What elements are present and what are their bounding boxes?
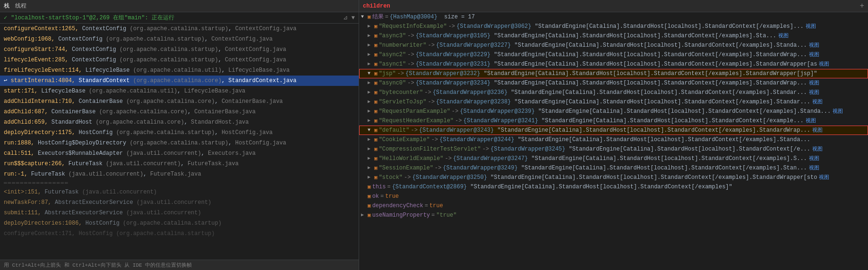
var-name: "async2": [379, 51, 406, 59]
var-name: "default": [379, 126, 410, 135]
var-icon: ▣: [374, 98, 378, 106]
expand-arrow-icon[interactable]: ▶: [368, 107, 374, 116]
expand-arrow-icon[interactable]: ▼: [368, 69, 374, 78]
var-name: "numberwriter": [379, 41, 427, 50]
list-item[interactable]: ▶ ▣ "RequestInfoExample" -> {StandardWra…: [359, 22, 868, 31]
expand-arrow-icon[interactable]: ▶: [368, 88, 374, 97]
expand-arrow-icon[interactable]: ▶: [368, 60, 374, 68]
list-item[interactable]: ▶ ▣ "HelloWorldExample" -> {StandardWrap…: [359, 154, 868, 163]
var-ok[interactable]: ▣ ok = true: [359, 192, 868, 201]
stack-item[interactable]: lifecycleEvent:285, ContextConfig (org.a…: [0, 55, 359, 65]
stack-item[interactable]: configureStart:744, ContextConfig (org.a…: [0, 44, 359, 55]
expand-arrow-icon[interactable]: ▶: [368, 98, 374, 106]
var-equals: =: [387, 183, 390, 191]
var-this[interactable]: ▣ this = {StandardContext@2869} "Standar…: [359, 182, 868, 192]
view-link[interactable]: 视图: [809, 79, 819, 87]
list-item[interactable]: ▶ ▣ "RequestHeaderExample" -> {StandardW…: [359, 116, 868, 126]
list-item[interactable]: ▶ ▣ "async2" -> {StandardWrapper@3229} "…: [359, 50, 868, 59]
grayed-frame[interactable]: newTaskFor:87, AbstractExecutorService (…: [0, 197, 359, 208]
view-link[interactable]: 视图: [809, 88, 819, 97]
stack-item[interactable]: configureContext:1265, ContextConfig (or…: [0, 24, 359, 34]
stack-item[interactable]: run:1888, HostConfig$DeployDirectory (or…: [0, 138, 359, 148]
list-item[interactable]: ▶ ▣ "async3" -> {StandardWrapper@3105} "…: [359, 31, 868, 41]
tab-stack[interactable]: 栈: [4, 2, 9, 10]
list-item[interactable]: ▶ ▣ "stock" -> {StandardWrapper@3250} "S…: [359, 173, 868, 182]
view-link[interactable]: 视图: [778, 32, 789, 40]
expand-arrow-icon[interactable]: ▶: [368, 79, 374, 87]
expand-arrow-icon[interactable]: ▶: [368, 32, 374, 40]
stack-item[interactable]: addChild:659, StandardHost (org.apache.c…: [0, 117, 359, 127]
var-value: {StandardWrapper@3241} "StandardEngine[C…: [463, 117, 803, 125]
list-item[interactable]: ▶ ▣ "RequestParamExample" -> {StandardWr…: [359, 107, 868, 116]
list-item[interactable]: ▶ ▣ "ServletToJsp" -> {StandardWrapper@3…: [359, 97, 868, 107]
stack-item[interactable]: run:-1, FutureTask (java.util.concurrent…: [0, 169, 359, 179]
expand-arrow-icon[interactable]: ▶: [368, 22, 374, 31]
view-link[interactable]: 视图: [806, 117, 816, 125]
view-link[interactable]: 视图: [812, 145, 823, 153]
tab-thread[interactable]: 线程: [15, 2, 26, 10]
stack-item[interactable]: start:171, LifecycleBase (org.apache.cat…: [0, 86, 359, 96]
var-arrow: ->: [404, 173, 411, 182]
stack-item[interactable]: run$$$capture:266, FutureTask (java.util…: [0, 159, 359, 169]
list-item-default[interactable]: ▼ ▣ "default" -> {StandardWrapper@3243} …: [359, 126, 868, 135]
list-item-jsp[interactable]: ▼ ▣ "jsp" -> {StandardWrapper@3232} "Sta…: [359, 69, 868, 78]
expand-arrow-icon[interactable]: ▶: [368, 135, 374, 144]
list-item[interactable]: ▶ ▣ "SessionExample" -> {StandardWrapper…: [359, 163, 868, 173]
stack-item[interactable]: webConfig:1068, ContextConfig (org.apach…: [0, 34, 359, 44]
list-item[interactable]: ▶ ▣ "bytecounter" -> {StandardWrapper@32…: [359, 88, 868, 97]
var-icon: ▣: [374, 164, 378, 172]
list-item[interactable]: ▶ ▣ "CookieExample" -> {StandardWrapper@…: [359, 135, 868, 144]
expand-arrow-icon[interactable]: ▶: [368, 51, 374, 59]
stack-item[interactable]: fireLifecycleEvent:114, LifecycleBase (o…: [0, 65, 359, 76]
var-value: {StandardContext@2869} "StandardEngine[C…: [392, 183, 732, 191]
expand-arrow-icon[interactable]: ▶: [368, 117, 374, 125]
expand-arrow-icon[interactable]: ▶: [361, 211, 368, 219]
expand-arrow-icon[interactable]: ▶: [368, 41, 374, 50]
var-value: {StandardWrapper@3247} "StandardEngine[C…: [453, 154, 807, 163]
expand-arrow-icon[interactable]: ▶: [368, 164, 374, 172]
dropdown-icon[interactable]: ▼: [352, 15, 355, 21]
var-value: {StandardWrapper@3062} "StandardEngine[C…: [456, 22, 804, 31]
expand-arrow-icon[interactable]: ▼: [361, 13, 368, 21]
grayed-frame[interactable]: deployDirectories:1086, HostConfig (org.…: [0, 218, 359, 228]
grayed-frame[interactable]: configureContext:171, HostConfig (org.ap…: [0, 228, 359, 239]
var-name: "stock": [379, 173, 403, 182]
view-link[interactable]: 视图: [819, 60, 829, 68]
var-name: 结果: [372, 13, 384, 21]
grayed-frame[interactable]: submit:111, AbstractExecutorService (jav…: [0, 208, 359, 218]
expand-arrow-icon[interactable]: ▶: [368, 145, 374, 153]
stack-item[interactable]: addChild:687, ContainerBase (org.apache.…: [0, 107, 359, 117]
list-item[interactable]: ▶ ▣ "async0" -> {StandardWrapper@3234} "…: [359, 78, 868, 88]
add-watch-icon[interactable]: +: [859, 2, 864, 10]
stack-item[interactable]: deployDirectory:1175, HostConfig (org.ap…: [0, 127, 359, 138]
view-link[interactable]: 视图: [809, 164, 819, 172]
var-name-naming: useNamingProperty: [372, 211, 430, 219]
expand-arrow-icon[interactable]: ▶: [368, 173, 374, 182]
list-item[interactable]: ▶ ▣ "numberwriter" -> {StandardWrapper@3…: [359, 41, 868, 50]
list-item[interactable]: ▶ ▣ "async1" -> {StandardWrapper@3231} "…: [359, 59, 868, 69]
var-dependency-check[interactable]: ▣ dependencyCheck = true: [359, 201, 868, 211]
bottom-hint: 用 Ctrl+Alt+向上箭头 和 Ctrl+Alt+向下箭头 从 IDE 中的…: [0, 260, 359, 270]
var-icon: ▣: [368, 183, 371, 191]
view-link[interactable]: 视图: [812, 98, 823, 106]
view-link[interactable]: 视图: [809, 51, 819, 59]
var-root[interactable]: ▼ ▣ 结果 = {HashMap@3004} size = 17: [359, 12, 868, 22]
stack-item-current[interactable]: ↩ startInternal:4804, StandardContext (o…: [0, 76, 359, 86]
filter-icon[interactable]: ⊿: [343, 14, 348, 21]
expand-arrow-icon[interactable]: ▼: [368, 126, 374, 135]
var-use-naming[interactable]: ▶ ▣ useNamingProperty = "true": [359, 211, 868, 220]
stack-item[interactable]: call:511, Executors$RunnableAdapter (jav…: [0, 148, 359, 159]
var-arrow: ->: [424, 88, 431, 97]
view-link[interactable]: 视图: [812, 126, 823, 135]
view-link[interactable]: 视图: [809, 41, 819, 50]
view-link[interactable]: 视图: [819, 173, 829, 182]
var-name: "CompressionFilterTestServlet": [379, 145, 481, 153]
list-item[interactable]: ▶ ▣ "CompressionFilterTestServlet" -> {S…: [359, 144, 868, 154]
panel-title: children: [363, 3, 390, 9]
grayed-frame[interactable]: <init>:151, FutureTask (java.util.concur…: [0, 187, 359, 197]
view-link[interactable]: 视图: [833, 107, 843, 116]
view-link[interactable]: 视图: [809, 154, 819, 163]
view-link[interactable]: 视图: [806, 22, 816, 31]
stack-item[interactable]: addChildInternal:710, ContainerBase (org…: [0, 96, 359, 107]
expand-arrow-icon[interactable]: ▶: [368, 154, 374, 163]
